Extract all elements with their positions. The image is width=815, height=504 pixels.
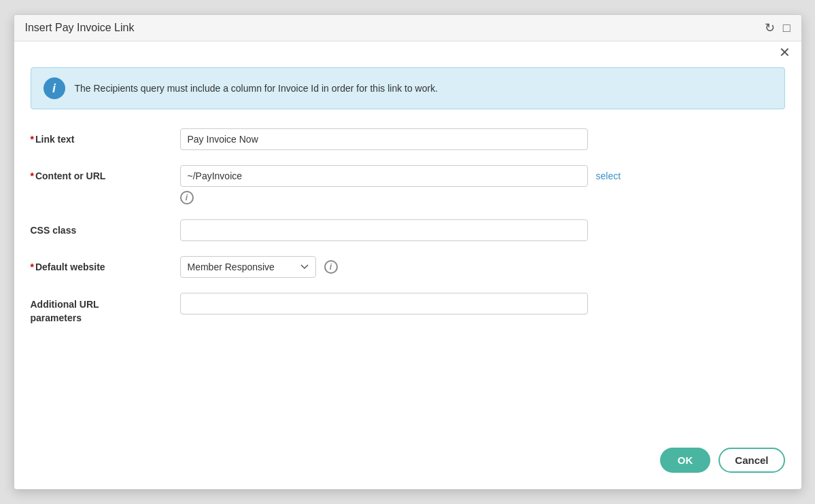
- additional-url-row: Additional URLparameters: [31, 293, 785, 325]
- close-row: ✕: [14, 41, 801, 59]
- insert-pay-invoice-dialog: Insert Pay Invoice Link ↻ □ ✕ i The Reci…: [14, 14, 802, 490]
- default-website-select[interactable]: Member Responsive: [180, 256, 316, 278]
- content-url-row: *Content or URL select i: [31, 165, 785, 204]
- dialog-title: Insert Pay Invoice Link: [25, 22, 135, 34]
- content-url-required: *: [31, 170, 34, 181]
- link-text-input[interactable]: [180, 128, 588, 150]
- refresh-icon[interactable]: ↻: [765, 22, 775, 34]
- link-text-control-wrap: [180, 128, 785, 150]
- ok-button[interactable]: OK: [660, 448, 711, 473]
- default-website-control-wrap: Member Responsive i: [180, 256, 785, 278]
- link-text-required: *: [31, 134, 34, 145]
- content-url-input[interactable]: [180, 165, 588, 187]
- info-banner-icon: i: [44, 77, 65, 99]
- dialog-footer: OK Cancel: [14, 439, 801, 489]
- content-url-input-row: select: [180, 165, 785, 187]
- default-website-input-row: Member Responsive i: [180, 256, 785, 278]
- dialog-body: i The Recipients query must include a co…: [14, 59, 801, 439]
- default-website-label: *Default website: [31, 256, 180, 272]
- default-website-info-icon[interactable]: i: [324, 260, 338, 274]
- content-url-control-wrap: select i: [180, 165, 785, 204]
- css-class-row: CSS class: [31, 219, 785, 241]
- info-banner-text: The Recipients query must include a colu…: [75, 82, 438, 96]
- close-icon[interactable]: ✕: [779, 46, 791, 59]
- titlebar-controls: ↻ □: [765, 22, 791, 34]
- additional-url-control-wrap: [180, 293, 785, 314]
- content-url-info-row: i: [180, 191, 785, 204]
- content-url-label: *Content or URL: [31, 165, 180, 181]
- additional-url-label: Additional URLparameters: [31, 293, 180, 325]
- content-url-info-icon[interactable]: i: [180, 191, 194, 204]
- css-class-input[interactable]: [180, 219, 588, 241]
- default-website-row: *Default website Member Responsive i: [31, 256, 785, 278]
- link-text-row: *Link text: [31, 128, 785, 150]
- content-url-select-link[interactable]: select: [596, 170, 621, 181]
- css-class-label: CSS class: [31, 219, 180, 236]
- info-banner: i The Recipients query must include a co…: [31, 67, 785, 109]
- cancel-button[interactable]: Cancel: [718, 448, 784, 473]
- link-text-label: *Link text: [31, 128, 180, 145]
- additional-url-input[interactable]: [180, 293, 588, 314]
- dialog-titlebar: Insert Pay Invoice Link ↻ □: [14, 15, 801, 41]
- maximize-icon[interactable]: □: [783, 22, 791, 34]
- default-website-required: *: [31, 262, 34, 272]
- css-class-control-wrap: [180, 219, 785, 241]
